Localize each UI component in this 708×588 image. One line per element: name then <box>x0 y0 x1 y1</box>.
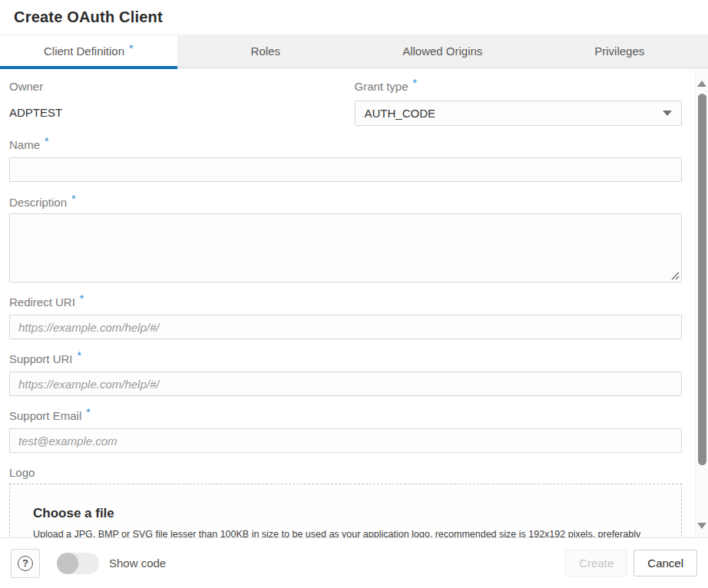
required-asterisk: * <box>129 43 133 54</box>
grant-type-label: Grant type * <box>355 80 683 94</box>
form-scroll-area: Owner ADPTEST Grant type * AUTH_CODE <box>0 69 708 537</box>
toggle-knob <box>57 553 78 574</box>
chevron-down-icon <box>663 111 672 116</box>
redirect-uri-input[interactable] <box>9 315 682 339</box>
create-button[interactable]: Create <box>565 550 627 576</box>
name-label: Name * <box>9 138 682 152</box>
cancel-button[interactable]: Cancel <box>634 550 697 576</box>
scrollbar-thumb[interactable] <box>698 94 706 465</box>
required-asterisk: * <box>413 78 417 88</box>
show-code-label: Show code <box>109 557 166 570</box>
description-textarea[interactable] <box>9 213 682 282</box>
description-label: Description * <box>9 196 682 210</box>
choose-file-title: Choose a file <box>33 506 658 521</box>
owner-label: Owner <box>9 80 337 94</box>
tab-label: Privileges <box>594 45 644 58</box>
support-uri-input[interactable] <box>9 372 682 396</box>
tab-client-definition[interactable]: Client Definition * <box>0 35 177 69</box>
help-button[interactable]: ? <box>11 549 40 578</box>
redirect-uri-label: Redirect URI * <box>9 296 682 309</box>
support-email-label: Support Email * <box>9 409 682 423</box>
name-input[interactable] <box>9 157 682 182</box>
page-title: Create OAuth Client <box>14 8 163 26</box>
scroll-up-icon[interactable] <box>697 81 706 87</box>
client-definition-form: Owner ADPTEST Grant type * AUTH_CODE <box>0 69 695 537</box>
grant-type-select[interactable]: AUTH_CODE <box>355 101 683 126</box>
required-asterisk: * <box>78 350 81 361</box>
dialog-footer: ? Show code Create Cancel <box>0 537 708 588</box>
dialog-header: Create OAuth Client <box>0 0 708 35</box>
upload-hint-text: Upload a JPG, BMP or SVG file lesser tha… <box>33 528 647 537</box>
tab-label: Roles <box>251 45 280 58</box>
vertical-scrollbar[interactable] <box>695 69 708 537</box>
grant-type-value: AUTH_CODE <box>365 107 436 120</box>
logo-file-dropzone[interactable]: Choose a file Upload a JPG, BMP or SVG f… <box>9 484 682 537</box>
required-asterisk: * <box>80 293 84 304</box>
tab-privileges[interactable]: Privileges <box>531 35 708 69</box>
required-asterisk: * <box>45 136 48 147</box>
required-asterisk: * <box>86 407 90 418</box>
question-mark-icon: ? <box>18 556 33 571</box>
tab-roles[interactable]: Roles <box>177 35 355 69</box>
tab-bar: Client Definition * Roles Allowed Origin… <box>0 35 708 69</box>
show-code-toggle[interactable] <box>57 553 99 574</box>
required-asterisk: * <box>71 193 75 204</box>
tab-label: Allowed Origins <box>402 45 482 58</box>
logo-label: Logo <box>9 466 682 480</box>
tab-label: Client Definition <box>44 45 124 58</box>
create-oauth-client-dialog: Create OAuth Client Client Definition * … <box>0 0 708 588</box>
owner-value: ADPTEST <box>9 105 337 121</box>
tab-allowed-origins[interactable]: Allowed Origins <box>354 35 531 69</box>
support-email-input[interactable] <box>9 428 682 453</box>
support-uri-label: Support URI * <box>9 352 682 366</box>
scroll-down-icon[interactable] <box>697 523 706 529</box>
